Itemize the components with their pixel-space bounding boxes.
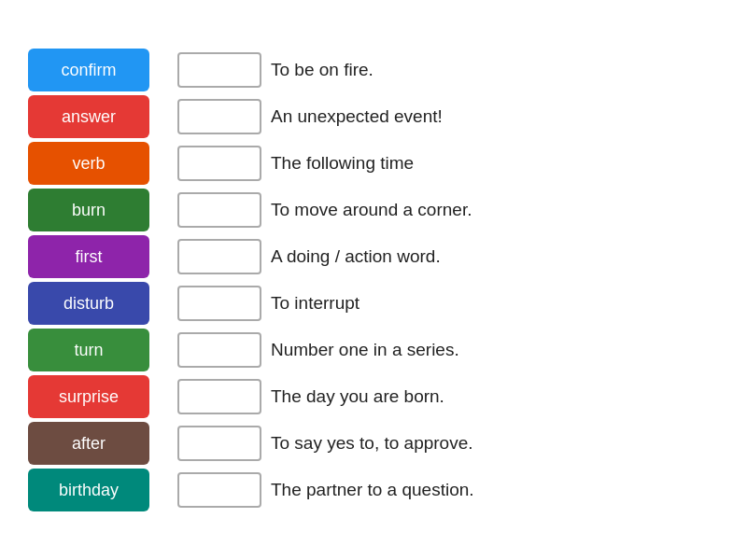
definition-text-2: The following time <box>271 153 414 174</box>
word-btn-surprise[interactable]: surprise <box>28 375 149 418</box>
word-btn-birthday[interactable]: birthday <box>28 469 149 511</box>
match-box-8[interactable] <box>177 426 261 461</box>
definitions-column: To be on fire.An unexpected event!The fo… <box>177 49 719 511</box>
definition-text-9: The partner to a question. <box>271 480 474 500</box>
match-box-0[interactable] <box>177 52 261 88</box>
definition-text-1: An unexpected event! <box>271 106 443 127</box>
match-row: An unexpected event! <box>177 95 719 138</box>
match-box-4[interactable] <box>177 239 261 274</box>
match-row: The partner to a question. <box>177 469 719 511</box>
word-btn-first[interactable]: first <box>28 235 149 278</box>
words-column: confirmanswerverbburnfirstdisturbturnsur… <box>28 49 159 511</box>
match-row: To be on fire. <box>177 49 719 91</box>
word-btn-disturb[interactable]: disturb <box>28 282 149 325</box>
match-box-9[interactable] <box>177 472 261 508</box>
match-box-5[interactable] <box>177 286 261 321</box>
definition-text-5: To interrupt <box>271 293 359 314</box>
definition-text-6: Number one in a series. <box>271 340 459 360</box>
match-box-6[interactable] <box>177 332 261 368</box>
match-box-2[interactable] <box>177 146 261 181</box>
definition-text-4: A doing / action word. <box>271 246 441 267</box>
match-row: To interrupt <box>177 282 719 325</box>
definition-text-8: To say yes to, to approve. <box>271 433 473 454</box>
word-btn-burn[interactable]: burn <box>28 189 149 231</box>
match-row: The day you are born. <box>177 375 719 418</box>
main-container: confirmanswerverbburnfirstdisturbturnsur… <box>0 30 747 530</box>
match-row: A doing / action word. <box>177 235 719 278</box>
match-box-1[interactable] <box>177 99 261 134</box>
match-row: The following time <box>177 142 719 185</box>
match-box-7[interactable] <box>177 379 261 414</box>
match-row: To move around a corner. <box>177 189 719 231</box>
definition-text-0: To be on fire. <box>271 60 374 80</box>
definition-text-3: To move around a corner. <box>271 200 472 220</box>
word-btn-after[interactable]: after <box>28 422 149 465</box>
word-btn-confirm[interactable]: confirm <box>28 49 149 91</box>
word-btn-verb[interactable]: verb <box>28 142 149 185</box>
word-btn-answer[interactable]: answer <box>28 95 149 138</box>
match-box-3[interactable] <box>177 192 261 228</box>
match-row: Number one in a series. <box>177 329 719 371</box>
word-btn-turn[interactable]: turn <box>28 329 149 371</box>
definition-text-7: The day you are born. <box>271 386 444 407</box>
match-row: To say yes to, to approve. <box>177 422 719 465</box>
